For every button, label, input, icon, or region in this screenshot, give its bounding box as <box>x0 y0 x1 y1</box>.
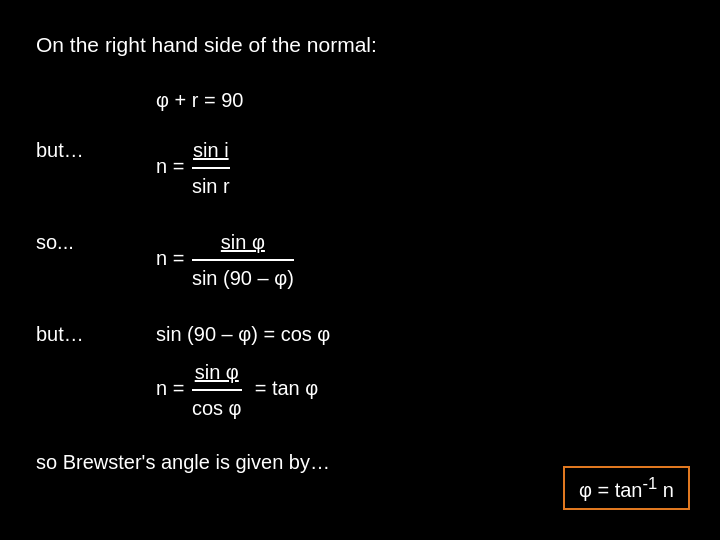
fraction-so-numerator: sin φ <box>192 226 294 261</box>
label-so: so... <box>36 226 156 258</box>
fraction-sini-sinr: sin i sin r <box>192 134 230 202</box>
superscript: -1 <box>643 474 658 493</box>
formula-phi-r: φ + r = 90 <box>156 84 243 116</box>
fraction-denominator: sin r <box>192 169 230 202</box>
row-but2: but… sin (90 – φ) = cos φ <box>36 318 684 350</box>
formula-brewster: so Brewster's angle is given by… <box>36 446 330 478</box>
fraction-sinphi-cosphi: sin φ cos φ <box>192 356 242 424</box>
label-but1: but… <box>36 134 156 166</box>
row-so: so... n = sin φ sin (90 – φ) <box>36 226 684 294</box>
fraction-sinphi-sin90: sin φ sin (90 – φ) <box>192 226 294 294</box>
fraction-so-denominator: sin (90 – φ) <box>192 261 294 294</box>
row-phi-r: φ + r = 90 <box>36 84 684 116</box>
main-content: On the right hand side of the normal: φ … <box>0 0 720 524</box>
fraction-ntan-numerator: sin φ <box>192 356 242 391</box>
formula-but2: sin (90 – φ) = cos φ <box>156 318 330 350</box>
highlight-text: φ = tan-1 n <box>579 479 674 501</box>
formula-so: n = sin φ sin (90 – φ) <box>156 226 296 294</box>
label-but2: but… <box>36 318 156 350</box>
highlight-box: φ = tan-1 n <box>563 466 690 510</box>
formula-but1: n = sin i sin r <box>156 134 232 202</box>
heading: On the right hand side of the normal: <box>36 28 684 62</box>
formula-n-tan: n = sin φ cos φ = tan φ <box>156 356 318 424</box>
fraction-numerator: sin i <box>192 134 230 169</box>
row-but1: but… n = sin i sin r <box>36 134 684 202</box>
fraction-ntan-denominator: cos φ <box>192 391 242 424</box>
row-n-tan: n = sin φ cos φ = tan φ <box>156 356 684 424</box>
